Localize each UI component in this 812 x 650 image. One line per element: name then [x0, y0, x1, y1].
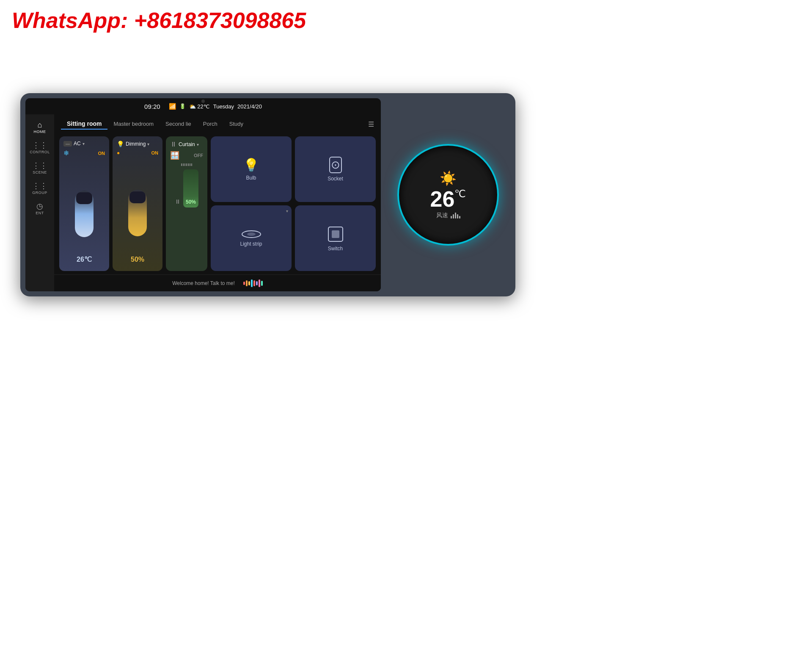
- wave-bar: [259, 279, 260, 287]
- dimming-slider-track: [128, 190, 147, 236]
- socket-icon: ⊙: [329, 157, 342, 173]
- curtain-status-row: 🪟 OFF: [170, 151, 203, 160]
- light-strip-icon: [241, 230, 262, 238]
- switch-label: Switch: [328, 246, 343, 252]
- dimming-card[interactable]: 💡 Dimming ▾ ● ON: [113, 136, 162, 271]
- dimming-dropdown-icon[interactable]: ▾: [147, 142, 149, 147]
- voice-wave: [243, 279, 263, 288]
- ac-label: AC: [74, 141, 81, 147]
- fan-bar-1: [451, 216, 452, 219]
- ac-mode-icon: ❄: [63, 149, 69, 157]
- control-icon: ⋮⋮: [32, 141, 47, 149]
- curtain-card[interactable]: ⏸ Curtain ▾ 🪟 OFF: [166, 136, 207, 271]
- day-label: Tuesday: [213, 103, 234, 110]
- sidebar-label-control: CONTROL: [30, 150, 50, 154]
- more-tabs-button[interactable]: ☰: [368, 120, 374, 128]
- curtain-status: OFF: [194, 153, 203, 158]
- tab-second-lie[interactable]: Second lie: [160, 119, 197, 130]
- date-label: 2021/4/20: [237, 103, 262, 110]
- sidebar-item-home[interactable]: ⌂ HOME: [25, 118, 54, 137]
- dimming-slider-thumb: [129, 191, 146, 203]
- device-grid-right: 💡 Bulb ⊙ Socket ▾: [211, 136, 376, 271]
- dimming-status-row: ● ON: [117, 150, 158, 156]
- ac-slider-track: [75, 191, 94, 237]
- sidebar-item-control[interactable]: ⋮⋮ CONTROL: [25, 138, 54, 158]
- wave-bar: [246, 280, 248, 286]
- curtain-slider[interactable]: 50%: [183, 169, 198, 207]
- curtain-pause-icon: ⏸: [170, 141, 177, 148]
- curtain-top-bars: [181, 163, 192, 166]
- curtain-header: ⏸ Curtain ▾: [170, 141, 203, 148]
- camera: [201, 100, 205, 103]
- light-strip-dropdown-icon[interactable]: ▾: [286, 209, 288, 213]
- tab-sitting-room[interactable]: Sitting room: [61, 119, 107, 130]
- tab-porch[interactable]: Porch: [197, 119, 223, 130]
- welcome-bar: Welcome home! Talk to me!: [54, 274, 381, 291]
- curtain-dropdown-icon[interactable]: ▾: [197, 142, 199, 147]
- outdoor-temp: ⛅ 22℃: [189, 103, 210, 110]
- socket-card[interactable]: ⊙ Socket: [295, 136, 376, 202]
- dimming-slider[interactable]: 50%: [117, 159, 158, 267]
- bulb-icon: 💡: [243, 158, 259, 172]
- curtain-window-icon: 🪟: [170, 151, 179, 160]
- ac-indicator: —: [63, 141, 72, 147]
- svg-point-1: [247, 232, 256, 236]
- group-icon: ⋮⋮: [32, 182, 47, 190]
- sidebar-item-group[interactable]: ⋮⋮ GROUP: [25, 179, 54, 198]
- dimming-bulb-icon: 💡: [117, 141, 124, 147]
- wave-bar: [261, 281, 263, 286]
- status-icons: 📶 🔋 ⛅ 22℃ Tuesday 2021/4/20: [169, 103, 262, 110]
- tab-study[interactable]: Study: [223, 119, 249, 130]
- scene-icon: ⋮⋮: [32, 162, 47, 169]
- switch-card[interactable]: Switch: [295, 205, 376, 271]
- light-strip-label: Light strip: [240, 241, 262, 247]
- smart-screen: 09:20 📶 🔋 ⛅ 22℃ Tuesday 2021/4/20 ⌂ HOME…: [25, 98, 381, 291]
- ac-card[interactable]: — AC ▾ ❄ ON: [59, 136, 109, 271]
- tab-master-bedroom[interactable]: Master bedroom: [107, 119, 160, 130]
- dimming-header: 💡 Dimming ▾: [117, 141, 158, 147]
- sidebar-item-scene[interactable]: ⋮⋮ SCENE: [25, 158, 54, 178]
- dial-temp-display: 26 ℃: [430, 188, 466, 210]
- main-content: Sitting room Master bedroom Second lie P…: [54, 114, 381, 291]
- wave-bar: [248, 281, 250, 285]
- dimming-dot-icon: ●: [117, 150, 120, 156]
- socket-label: Socket: [328, 176, 343, 182]
- wave-bar: [256, 281, 258, 285]
- fan-bar-4: [457, 214, 458, 219]
- temperature-dial[interactable]: ☀️ 26 ℃ 风速: [397, 144, 499, 246]
- ac-status: ON: [98, 151, 105, 156]
- fan-bar-5: [459, 216, 460, 219]
- ent-icon: ◷: [36, 202, 43, 210]
- sidebar-label-home: HOME: [34, 130, 46, 134]
- ac-slider-thumb: [76, 192, 92, 204]
- fan-speed-row: 风速: [436, 212, 460, 219]
- ac-slider[interactable]: 26℃: [63, 160, 105, 267]
- dial-unit: ℃: [454, 188, 466, 200]
- sidebar-label-scene: SCENE: [33, 170, 47, 174]
- sidebar: ⌂ HOME ⋮⋮ CONTROL ⋮⋮ SCENE ⋮⋮ GROUP ◷: [25, 114, 54, 291]
- clock: 09:20: [144, 103, 160, 110]
- room-tabs: Sitting room Master bedroom Second lie P…: [54, 114, 381, 133]
- bulb-label: Bulb: [246, 175, 256, 181]
- light-strip-card[interactable]: ▾ Light strip: [211, 205, 292, 271]
- wave-bar: [251, 279, 253, 287]
- bulb-card[interactable]: 💡 Bulb: [211, 136, 292, 202]
- status-bar: 09:20 📶 🔋 ⛅ 22℃ Tuesday 2021/4/20: [25, 98, 381, 114]
- ac-dropdown-icon[interactable]: ▾: [83, 141, 85, 146]
- welcome-text: Welcome home! Talk to me!: [172, 280, 235, 286]
- ac-header: — AC ▾: [63, 141, 105, 147]
- fan-speed-bars: [451, 213, 460, 219]
- device-frame: 09:20 📶 🔋 ⛅ 22℃ Tuesday 2021/4/20 ⌂ HOME…: [20, 93, 515, 296]
- sidebar-item-ent[interactable]: ◷ ENT: [25, 199, 54, 219]
- wave-bar: [243, 282, 245, 285]
- sun-icon: ☀️: [440, 170, 457, 186]
- curtain-pause-btn: ⏸: [175, 198, 181, 205]
- ac-status-row: ❄ ON: [63, 149, 105, 157]
- svg-rect-3: [332, 230, 339, 238]
- curtain-percent: 50%: [186, 199, 196, 205]
- wave-bar: [253, 280, 255, 286]
- dimming-percent: 50%: [131, 256, 144, 263]
- home-icon: ⌂: [38, 121, 42, 129]
- ac-temperature: 26℃: [77, 255, 92, 263]
- curtain-visual: ⏸ 50%: [170, 163, 203, 267]
